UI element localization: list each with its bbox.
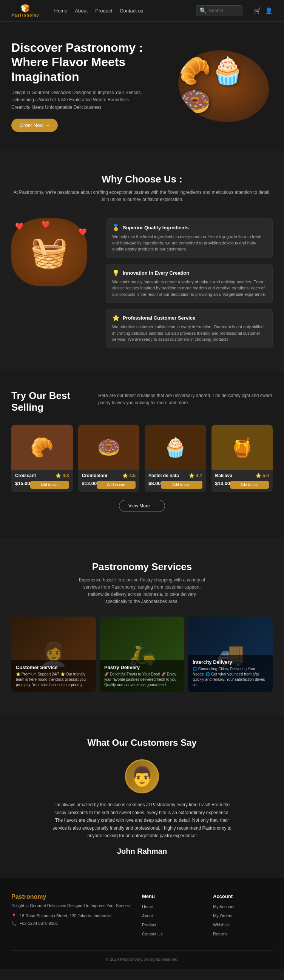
product-name-1: Cromboloni <box>82 473 107 478</box>
feature-desc-0: We only use the finest ingredients in ev… <box>112 234 266 252</box>
feature-desc-2: We prioritize customer satisfaction in e… <box>112 324 266 343</box>
hero-image: 🥐🧁🍩 <box>175 48 273 124</box>
cart-icon[interactable]: 🛒 <box>254 7 261 14</box>
why-section: Why Choose Us : At Pastronomy, we're pas… <box>0 151 284 371</box>
product-info-0: Croissant ⭐ 4.8 $15.00 Add to cart <box>11 470 73 492</box>
services-title: Pastronomy Services <box>11 561 273 573</box>
services-section: Pastronomy Services Experience hassle-fr… <box>0 538 284 715</box>
nav-icons: 🛒 👤 <box>254 7 273 14</box>
logo-icon: 🍞 <box>21 4 30 13</box>
footer: Pastronomy Delight in Gourmet Delicacies… <box>0 878 284 969</box>
footer-link-product[interactable]: Product <box>142 923 156 927</box>
footer-brand-name: Pastronomy <box>11 894 131 900</box>
footer-menu-list: Home About Product Contact Us <box>142 903 201 937</box>
user-icon[interactable]: 👤 <box>265 7 273 14</box>
product-card-1: 🍩 Cromboloni ⭐ 4.5 $12.00 Add to cart <box>78 425 140 492</box>
brand-name: Pastronomy <box>11 13 39 18</box>
why-image-container: ❤️ ❤️ ❤️ 🧺 <box>11 218 94 286</box>
feature-title-2: Professional Customer Service <box>123 315 195 321</box>
product-name-2: Pastel de nata <box>148 473 179 478</box>
footer-phone: 📞 +62 1234 5678 9101 <box>11 920 131 928</box>
service-overlay-0: Customer Service 🌟 Premium Support 24/7 … <box>11 660 96 692</box>
footer-menu-home: Home <box>142 903 201 910</box>
product-price-0: $15.00 <box>15 480 30 486</box>
heart-icon-3: ❤️ <box>79 228 87 236</box>
why-content: ❤️ ❤️ ❤️ 🧺 🏅Superior Quality Ingredients… <box>11 218 273 348</box>
footer-link-returns[interactable]: Returns <box>213 932 228 936</box>
footer-link-home[interactable]: Home <box>142 904 153 909</box>
product-name-0: Croissant <box>15 473 36 478</box>
product-image-3: 🍯 <box>211 425 273 470</box>
product-price-3: $13.00 <box>215 480 230 486</box>
hero-pastry-visual: 🥐🧁🍩 <box>178 50 269 122</box>
services-grid: 👩‍💼 Customer Service 🌟 Premium Support 2… <box>11 617 273 692</box>
product-rating-3: ⭐ 5.0 <box>255 473 269 478</box>
service-desc-0: 🌟 Premium Support 24/7 🌟 Our friendly te… <box>16 672 91 687</box>
product-card-2: 🧁 Pastel de nata ⭐ 4.7 $8.00 Add to cart <box>144 425 206 492</box>
search-bar[interactable]: 🔍 <box>196 5 243 16</box>
footer-menu-product: Product <box>142 921 201 928</box>
product-info-2: Pastel de nata ⭐ 4.7 $8.00 Add to cart <box>144 470 206 492</box>
nav-about[interactable]: About <box>75 8 87 14</box>
footer-link-about[interactable]: About <box>142 913 153 918</box>
copyright-text: © 2024 Pastronomy. All rights reserved. <box>105 957 178 961</box>
bestselling-title: Try Our Best Selling <box>11 390 87 413</box>
bestselling-section: Try Our Best Selling Here are our finest… <box>0 371 284 538</box>
footer-account-myaccount: My Account <box>213 903 273 910</box>
service-desc-2: 🌐 Connecting Cities, Delivering Your Nee… <box>193 667 268 687</box>
product-card-0: 🥐 Croissant ⭐ 4.8 $15.00 Add to cart <box>11 425 73 492</box>
feature-title-1: Innovation in Every Creation <box>123 270 189 276</box>
service-desc-1: 🚀 Delightful Treats to Your Door! 🚀 Enjo… <box>104 672 180 687</box>
add-to-cart-3[interactable]: Add to cart <box>230 481 269 489</box>
nav-contact[interactable]: Contact us <box>120 8 143 14</box>
service-overlay-2: Intercity Delivery 🌐 Connecting Cities, … <box>188 655 273 692</box>
heart-icon-2: ❤️ <box>41 220 50 229</box>
order-now-button[interactable]: Order Now → <box>11 119 58 132</box>
footer-bottom: © 2024 Pastronomy. All rights reserved. <box>11 951 273 961</box>
heart-icon-1: ❤️ <box>15 222 24 231</box>
hero-subtext: Delight in Gourmet Delicacies Designed t… <box>11 89 147 111</box>
view-more-button[interactable]: View More → <box>119 500 165 512</box>
bestselling-header: Try Our Best Selling Here are our finest… <box>11 390 273 413</box>
footer-menu-title: Menu <box>142 894 201 899</box>
testimonial-name: John Rahman <box>11 847 273 856</box>
footer-account-wishlist: Whishlist <box>213 921 273 928</box>
footer-link-myorders[interactable]: My Orders <box>213 913 232 918</box>
products-grid: 🥐 Croissant ⭐ 4.8 $15.00 Add to cart 🍩 C… <box>11 425 273 492</box>
service-card-2: 🚚 Intercity Delivery 🌐 Connecting Cities… <box>188 617 273 692</box>
feature-list: 🏅Superior Quality Ingredients We only us… <box>106 218 273 348</box>
address-text: 18 Road Sukamaju Street, 120 Jakarta, In… <box>20 913 111 918</box>
hero-text: Discover Pastronomy : Where Flavor Meets… <box>11 40 147 132</box>
add-to-cart-0[interactable]: Add to cart <box>30 481 69 489</box>
navbar: 🍞 Pastronomy Home About Product Contact … <box>0 0 284 22</box>
footer-link-wishlist[interactable]: Whishlist <box>213 923 230 927</box>
product-rating-1: ⭐ 4.5 <box>122 473 136 478</box>
product-price-1: $12.00 <box>82 480 97 486</box>
add-to-cart-2[interactable]: Add to cart <box>161 481 202 489</box>
product-image-2: 🧁 <box>144 425 206 470</box>
service-title-2: Intercity Delivery <box>193 659 268 665</box>
product-card-3: 🍯 Baklava ⭐ 5.0 $13.00 Add to cart <box>211 425 273 492</box>
product-name-3: Baklava <box>215 473 232 478</box>
nav-product[interactable]: Product <box>95 8 112 14</box>
footer-account-myorders: My Orders <box>213 912 273 919</box>
phone-text: +62 1234 5678 9101 <box>20 921 58 926</box>
footer-tagline: Delight in Gourmet Delicacies Designed t… <box>11 903 131 908</box>
product-image-0: 🥐 <box>11 425 73 470</box>
nav-home[interactable]: Home <box>54 8 68 14</box>
search-input[interactable] <box>209 8 239 13</box>
footer-link-contact[interactable]: Contact Us <box>142 932 162 936</box>
testimonial-text: I'm always amazed by the delicious creat… <box>51 801 233 840</box>
hero-section: Discover Pastronomy : Where Flavor Meets… <box>0 22 284 151</box>
service-title-1: Pastry Delivery <box>104 665 180 670</box>
brand-logo[interactable]: 🍞 Pastronomy <box>11 4 39 18</box>
feature-title-0: Superior Quality Ingredients <box>123 225 189 231</box>
footer-account-returns: Returns <box>213 930 273 937</box>
add-to-cart-1[interactable]: Add to cart <box>97 481 136 489</box>
testimonial-title: What Our Customers Say <box>11 737 273 748</box>
footer-link-myaccount[interactable]: My Account <box>213 904 235 909</box>
product-info-3: Baklava ⭐ 5.0 $13.00 Add to cart <box>211 470 273 492</box>
location-icon: 📍 <box>11 913 17 918</box>
search-icon: 🔍 <box>199 7 207 14</box>
footer-brand: Pastronomy Delight in Gourmet Delicacies… <box>11 894 131 939</box>
